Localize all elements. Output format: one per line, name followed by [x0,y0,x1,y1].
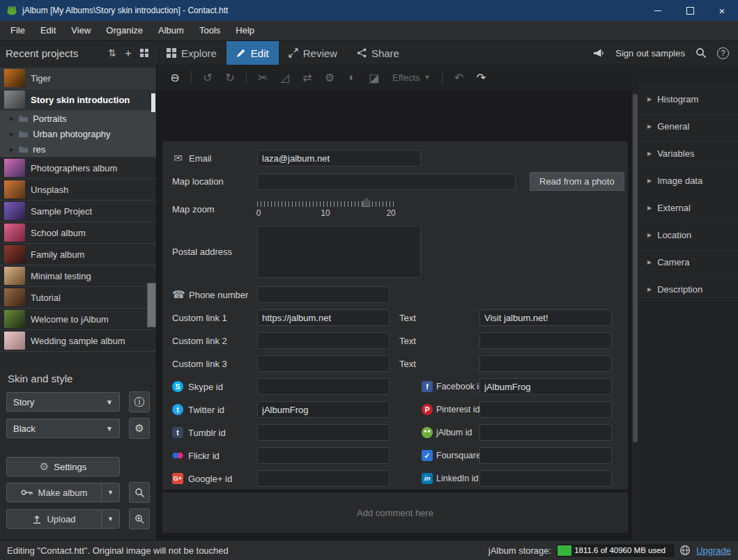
skin-select[interactable]: Story ▼ [6,392,120,412]
announcements-megaphone-icon[interactable] [593,48,605,59]
recent-projects-header: Recent projects ⇅ + [0,41,157,65]
style-settings-button[interactable]: ⚙ [129,418,150,439]
expand-icon[interactable]: ▶ [10,131,14,137]
tree-item[interactable]: ▶res [0,141,156,157]
straighten-icon[interactable]: ◿ [275,68,295,86]
sort-icon[interactable]: ⇅ [108,48,116,58]
menu-album[interactable]: Album [151,21,192,40]
menu-help[interactable]: Help [228,21,262,40]
project-item[interactable]: Welcome to jAlbum [0,309,156,330]
expand-icon[interactable]: ▶ [10,146,14,153]
style-select[interactable]: Black ▼ [6,419,120,438]
panel-section-description[interactable]: ▶Description [639,276,738,303]
make-album-button[interactable]: Make album [7,483,101,501]
skype-id-input[interactable] [257,378,390,395]
undo-icon[interactable]: ↶ [449,68,468,86]
map-location-input[interactable] [257,173,516,190]
tab-review[interactable]: Review [279,41,347,65]
linkedin-id-input[interactable] [479,470,612,487]
facebook-id-input[interactable] [479,378,612,395]
project-item[interactable]: Unsplash [0,179,156,201]
googleplus-id-input[interactable] [257,470,390,487]
zoom-out-icon[interactable]: ⊖ [165,68,185,86]
project-item[interactable]: Wedding sample album [0,330,156,352]
project-item[interactable]: Minimal testing [0,265,156,287]
upload-button[interactable]: Upload [7,510,101,528]
pinterest-id-input[interactable] [479,401,612,418]
menu-file[interactable]: File [3,21,33,40]
project-item[interactable]: Photographers album [0,157,156,179]
map-zoom-slider[interactable]: 0 10 20 [257,196,394,221]
tree-item[interactable]: ▶Portraits [0,111,156,126]
expand-icon[interactable]: ▶ [10,116,14,122]
preview-upload-button[interactable] [129,508,150,529]
panel-section-histogram[interactable]: ▶Histogram [639,86,738,113]
minimize-button[interactable] [642,0,674,21]
sidebar-scrollbar-thumb[interactable] [147,283,156,327]
tree-item[interactable]: ▶Urban photography [0,126,156,141]
custom-link-2-text-input[interactable] [479,332,612,349]
panel-section-camera[interactable]: ▶Camera [639,249,738,276]
tumblr-id-input[interactable] [257,424,390,441]
project-item[interactable]: Tutorial [0,287,156,309]
tab-edit[interactable]: Edit [226,41,279,65]
menu-tools[interactable]: Tools [192,21,228,40]
gradient-icon[interactable]: ◪ [364,68,384,86]
project-item[interactable]: Story skin introduction [0,89,156,111]
custom-link-1-text-input[interactable] [479,309,612,326]
sign-out-link[interactable]: Sign out samples [615,48,685,59]
panel-section-external[interactable]: ▶External [639,194,738,221]
panel-section-general[interactable]: ▶General [639,113,738,140]
project-item[interactable]: Tiger [0,68,156,89]
menu-view[interactable]: View [63,21,98,40]
panel-section-variables[interactable]: ▶Variables [639,140,738,167]
grid-view-icon[interactable] [140,49,148,57]
email-input[interactable] [257,150,421,166]
redo-icon[interactable]: ↷ [471,68,491,86]
custom-link-3-url-input[interactable] [257,355,390,372]
upload-dropdown[interactable]: ▼ [101,510,119,528]
tab-share[interactable]: Share [347,41,409,65]
custom-link-3-text-input[interactable] [479,355,612,372]
close-button[interactable]: × [706,0,738,21]
flickr-id-input[interactable] [257,447,390,464]
custom-link-2-url-input[interactable] [257,332,390,349]
phone-input[interactable] [257,286,390,303]
help-icon[interactable]: ? [717,47,729,59]
contrast-icon[interactable]: ◐ [342,68,362,86]
effects-dropdown[interactable]: Effects▼ [387,72,436,83]
skin-info-button[interactable]: ⓘ [129,391,150,412]
adjust-icon[interactable]: ⚙ [320,68,339,86]
editor-scrollbar-thumb[interactable] [633,94,638,442]
settings-button[interactable]: ⚙ Settings [6,457,120,476]
globe-icon[interactable] [679,545,691,556]
custom-link-1-url-input[interactable] [257,309,390,326]
foursquare-id-input[interactable] [479,447,612,464]
comment-input[interactable]: Add comment here [162,492,628,533]
jalbum-id-input[interactable] [479,424,612,441]
maximize-button[interactable] [674,0,706,21]
preview-album-button[interactable] [129,482,150,503]
project-item[interactable]: School album [0,222,156,244]
flip-icon[interactable]: ⇄ [298,68,317,86]
make-album-dropdown[interactable]: ▼ [101,483,119,501]
project-item[interactable]: Sample Project [0,201,156,222]
menu-edit[interactable]: Edit [33,21,63,40]
slider-thumb[interactable] [362,198,370,207]
editor-scrollbar[interactable] [631,90,639,540]
upgrade-link[interactable]: Upgrade [696,545,731,556]
panel-section-location[interactable]: ▶Location [639,221,738,249]
rotate-right-icon[interactable]: ↻ [220,68,240,86]
twitter-id-input[interactable] [257,401,390,418]
add-project-icon[interactable]: + [125,47,132,59]
rotate-left-icon[interactable]: ↺ [198,68,217,86]
read-from-photo-button[interactable]: Read from a photo [530,172,624,191]
menu-organize[interactable]: Organize [98,21,151,40]
panel-section-image-data[interactable]: ▶Image data [639,167,738,194]
project-item[interactable]: Family album [0,244,156,265]
search-icon[interactable] [695,47,707,59]
main-area: TigerStory skin introduction▶Portraits▶U… [0,65,738,540]
crop-icon[interactable]: ✂ [253,68,272,86]
postal-address-textarea[interactable] [257,226,421,278]
tab-explore[interactable]: Explore [157,41,226,65]
